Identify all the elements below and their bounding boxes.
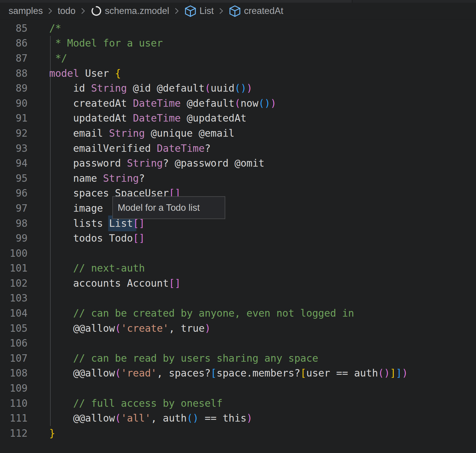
code-line-103: 103 [0, 291, 476, 306]
line-number: 85 [0, 23, 28, 34]
code-token: ( [115, 367, 121, 379]
code-line-96: 96 spaces SpaceUser[] [0, 186, 476, 201]
code-line-text[interactable]: emailVerified DateTime? [28, 143, 211, 154]
code-line-text[interactable]: // can be created by anyone, even not lo… [28, 307, 354, 319]
breadcrumb-item-samples[interactable]: samples [9, 6, 43, 16]
line-number: 100 [0, 248, 28, 259]
code-line-text[interactable]: @@allow('read', spaces?[space.members?[u… [28, 367, 408, 379]
code-line-87: 87 */ [0, 51, 476, 66]
code-token: String [109, 127, 145, 139]
code-token: now [240, 98, 258, 109]
chevron-right-icon [46, 7, 55, 15]
breadcrumb-label: todo [57, 6, 75, 16]
code-token: // can be read by users sharing any spac… [49, 352, 318, 364]
code-line-text[interactable]: } [28, 428, 55, 439]
code-editor[interactable]: 85/*86 * Model for a user87 */88model Us… [0, 20, 476, 441]
breadcrumb-item-schema-zmodel[interactable]: schema.zmodel [90, 5, 169, 17]
code-line-91: 91 updatedAt DateTime @updatedAt [0, 111, 476, 126]
code-line-108: 108 @@allow('read', spaces?[space.member… [0, 366, 476, 381]
symbol-model-icon [184, 5, 197, 17]
chevron-right-icon [172, 7, 181, 15]
code-token: () [258, 98, 270, 109]
code-line-text[interactable]: @@allow('all', auth() == this) [28, 412, 253, 424]
code-token: ( [234, 98, 240, 109]
code-token: , auth [151, 412, 187, 424]
code-token: [] [169, 277, 181, 289]
breadcrumb-label: List [199, 6, 214, 16]
code-line-text[interactable]: model User { [28, 68, 121, 79]
breadcrumb-item-createdat[interactable]: createdAt [229, 5, 283, 17]
code-token: } [49, 428, 55, 439]
line-number: 87 [0, 52, 28, 64]
line-number: 96 [0, 187, 28, 199]
code-line-111: 111 @@allow('all', auth() == this) [0, 411, 476, 426]
code-token: password [49, 157, 127, 169]
line-number: 111 [0, 412, 28, 424]
line-number: 110 [0, 398, 28, 409]
code-token: ) [247, 82, 253, 94]
code-token: */ [49, 52, 67, 64]
breadcrumb: samplestodoschema.zmodelListcreatedAt [0, 3, 476, 20]
hover-tooltip: Model for a Todo list [112, 196, 225, 219]
code-line-text[interactable]: // full access by oneself [28, 398, 223, 409]
code-line-text[interactable]: email String @unique @email [28, 127, 234, 139]
code-token: @@allow [49, 323, 115, 334]
code-token: email [49, 127, 109, 139]
code-line-text[interactable]: image [28, 202, 103, 214]
code-line-106: 106 [0, 336, 476, 351]
code-token: ( [115, 323, 121, 334]
code-token: model [49, 68, 79, 79]
code-token: todos Todo [49, 232, 133, 244]
code-token: DateTime [133, 98, 181, 109]
code-line-104: 104 // can be created by anyone, even no… [0, 306, 476, 321]
breadcrumb-item-list[interactable]: List [184, 5, 214, 17]
code-line-text[interactable]: * Model for a user [28, 37, 163, 49]
code-line-text[interactable]: password String? @password @omit [28, 157, 264, 169]
code-line-100: 100 [0, 246, 476, 261]
code-line-text[interactable]: id String @id @default(uuid()) [28, 82, 253, 94]
code-token: @unique @email [145, 127, 235, 139]
code-line-text[interactable]: // next-auth [28, 262, 145, 274]
code-token: image [49, 202, 103, 214]
tab-segment [0, 0, 190, 3]
code-token: ( [205, 82, 210, 94]
code-token: // can be created by anyone, even not lo… [49, 307, 354, 319]
code-line-text[interactable]: todos Todo[] [28, 232, 145, 244]
breadcrumb-item-todo[interactable]: todo [57, 6, 75, 16]
tab-bar-edge [0, 0, 476, 3]
code-line-text[interactable]: updatedAt DateTime @updatedAt [28, 112, 247, 124]
code-token: id [49, 82, 91, 94]
code-line-text[interactable]: @@allow('create', true) [28, 323, 211, 334]
loading-spinner-icon [90, 5, 102, 17]
code-token: String [91, 82, 127, 94]
line-number: 91 [0, 112, 28, 124]
line-number: 95 [0, 173, 28, 184]
line-number: 105 [0, 323, 28, 334]
code-line-text[interactable]: lists List[] [28, 218, 145, 229]
code-line-88: 88model User { [0, 66, 476, 81]
code-token: ) [247, 412, 253, 424]
line-number: 104 [0, 307, 28, 319]
code-token: 'create' [121, 323, 169, 334]
code-line-text[interactable]: /* [28, 23, 61, 34]
code-line-text[interactable]: name String? [28, 173, 145, 184]
code-token: @default [181, 98, 235, 109]
code-token: , spaces? [157, 367, 211, 379]
code-token: [] [133, 232, 145, 244]
code-line-text[interactable]: */ [28, 52, 67, 64]
code-line-95: 95 name String? [0, 171, 476, 186]
tab-segment [352, 0, 476, 3]
code-token: name [49, 173, 103, 184]
line-number: 99 [0, 232, 28, 244]
code-line-text[interactable]: // can be read by users sharing any spac… [28, 352, 318, 364]
code-token: // full access by oneself [49, 398, 223, 409]
code-token: ) [270, 98, 276, 109]
code-line-text[interactable]: accounts Account[] [28, 277, 181, 289]
code-token: space.members? [217, 367, 300, 379]
code-line-101: 101 // next-auth [0, 261, 476, 276]
code-token: ] [390, 367, 396, 379]
code-line-text[interactable]: createdAt DateTime @default(now()) [28, 98, 276, 109]
code-token: @id @default [127, 82, 205, 94]
code-token: DateTime [133, 112, 181, 124]
code-token: User [79, 68, 115, 79]
